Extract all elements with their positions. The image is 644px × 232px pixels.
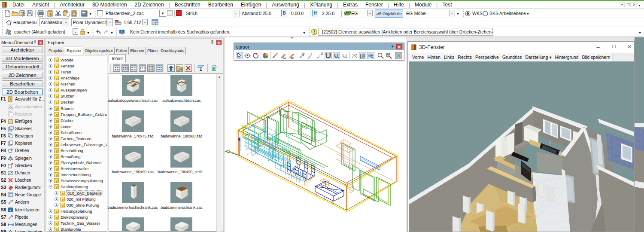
svg-text:22: 22: [291, 57, 294, 59]
svg-text:LV: LV: [212, 68, 216, 71]
